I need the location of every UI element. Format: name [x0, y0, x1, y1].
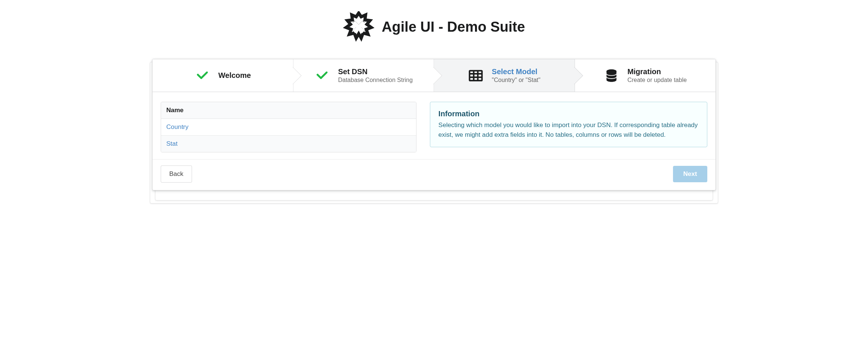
table-icon — [468, 68, 484, 83]
svg-point-8 — [606, 69, 616, 73]
check-icon — [195, 68, 210, 83]
step-title: Set DSN — [338, 67, 413, 76]
check-icon — [314, 68, 330, 83]
wizard-card: Welcome Set DSN Database Connection Stri… — [152, 59, 716, 190]
step-welcome[interactable]: Welcome — [152, 59, 293, 92]
info-body: Selecting which model you would like to … — [438, 120, 699, 139]
wizard-steps: Welcome Set DSN Database Connection Stri… — [152, 59, 716, 92]
step-title: Migration — [628, 67, 687, 76]
step-set-dsn[interactable]: Set DSN Database Connection String — [293, 59, 434, 92]
svg-rect-2 — [469, 70, 482, 81]
step-title: Welcome — [218, 71, 251, 80]
step-select-model[interactable]: Select Model "Country" or "Stat" — [434, 59, 575, 92]
page-title: Agile UI - Demo Suite — [382, 19, 525, 35]
model-link-country[interactable]: Country — [166, 123, 189, 130]
wizard-footer: Back Next — [152, 159, 716, 190]
info-message: Information Selecting which model you wo… — [430, 102, 707, 147]
gear-logo-icon — [343, 11, 374, 42]
step-description: "Country" or "Stat" — [492, 77, 540, 83]
table-row: Country — [161, 119, 416, 136]
step-description: Database Connection String — [338, 77, 413, 83]
model-table: Name Country Stat — [161, 102, 416, 152]
model-link-stat[interactable]: Stat — [166, 140, 177, 147]
step-migration[interactable]: Migration Create or update table — [575, 59, 716, 92]
page-header: Agile UI - Demo Suite — [150, 11, 718, 42]
next-button[interactable]: Next — [673, 166, 707, 182]
table-header-name: Name — [161, 102, 416, 119]
back-button[interactable]: Back — [161, 165, 192, 183]
database-icon — [604, 68, 619, 83]
step-title: Select Model — [492, 67, 540, 76]
wizard-body: Name Country Stat Information Selecting … — [152, 92, 716, 159]
info-title: Information — [438, 110, 699, 118]
step-description: Create or update table — [628, 77, 687, 83]
table-row: Stat — [161, 136, 416, 152]
